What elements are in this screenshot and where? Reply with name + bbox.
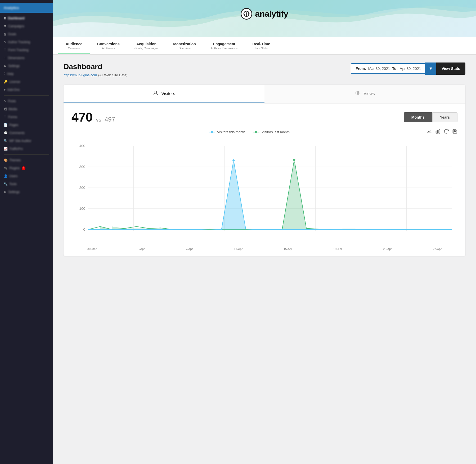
sidebar-item-label: Media [8,107,17,111]
hero-logo-icon [241,8,252,20]
svg-point-4 [155,91,157,93]
tab-conversions[interactable]: Conversions All Events [90,37,127,54]
view-stats-button[interactable]: View Stats [436,63,465,75]
chart-tab-visitors[interactable]: Visitors [64,85,264,103]
dashboard-header: Dashboard https://muplugins.com (All Web… [64,63,465,77]
x-label-5: 19-Apr [333,247,342,251]
bar-chart-icon[interactable] [435,129,441,135]
sidebar-item-form-tracking[interactable]: ☰ Form Tracking [0,46,53,54]
tab-acquisition[interactable]: Acquisition Goals, Campaigns [127,37,166,54]
svg-text:100: 100 [79,207,85,211]
dashboard-content: Dashboard https://muplugins.com (All Web… [53,55,476,464]
date-from-value: Mar 30, 2021 [368,66,390,71]
x-label-7: 27-Apr [433,247,442,251]
sidebar-item-label: Settings [8,64,20,68]
refresh-icon[interactable] [444,129,449,135]
sidebar-logo[interactable]: Analytics [0,3,53,13]
nav-tabs: Audience Overview Conversions All Events… [53,37,476,55]
sidebar-item-label: Add-Ons [7,88,20,92]
tab-realtime[interactable]: Real-Time Live Stats [245,37,277,54]
goals-icon: ◎ [4,32,6,36]
dashboard-subtitle: https://muplugins.com (All Web Site Data… [64,73,127,77]
chart-card: Visitors Views [64,85,465,256]
sidebar-item-label: Dimensions [8,56,25,60]
x-label-1: 3-Apr [138,247,145,251]
sidebar-item-addons[interactable]: + Add-Ons [0,86,53,94]
sidebar-item-trafficpro[interactable]: 📈 TrafficPro [0,145,53,153]
sidebar-item-posts[interactable]: ✎ Posts [0,97,53,105]
sidebar-item-tools[interactable]: 🔧 Tools [0,180,53,188]
sidebar-item-label: TrafficPro [9,147,23,151]
sidebar-item-label: Form Tracking [8,48,29,52]
views-icon [355,90,361,97]
sidebar-item-license[interactable]: 🔑 License [0,78,53,86]
sidebar-item-author-tracking[interactable]: ✎ Author Tracking [0,38,53,46]
sidebar-item-label: Tools [9,182,17,186]
sidebar-divider [4,95,49,96]
visitors-prev-count: 497 [105,116,115,123]
sidebar-item-label: Settings [8,190,20,194]
sidebar-item-wf-site-auditor[interactable]: 🔍 WF Site Auditor [0,137,53,145]
x-label-3: 11-Apr [234,247,243,251]
chart-top-row: 470 vs 497 Months Years [71,110,457,124]
visitors-icon [153,90,159,97]
years-button[interactable]: Years [432,112,457,122]
sidebar-item-label: Pages [9,123,18,127]
tab-audience[interactable]: Audience Overview [58,37,90,54]
sidebar-item-pages[interactable]: 📄 Pages [0,121,53,129]
sidebar-item-label: Comments [9,131,25,135]
line-chart-icon[interactable] [427,129,432,135]
sidebar-item-media[interactable]: 🖼 Media [0,105,53,113]
chart-tab-views[interactable]: Views [264,85,465,103]
analytify-chart-icon [243,11,250,17]
chart-card-tabs: Visitors Views [64,85,465,104]
tab-engagement[interactable]: Engagement Authors, Dimensions [203,37,245,54]
sidebar-item-themes[interactable]: 🎨 Themes [0,156,53,164]
comments-icon: 💬 [4,131,8,135]
sidebar-item-comments[interactable]: 💬 Comments [0,129,53,137]
months-button[interactable]: Months [404,112,432,122]
from-label: From: [356,66,366,71]
sidebar-item-label: Posts [8,99,16,103]
dashboard-icon: ⊞ [4,16,6,20]
to-label: To: [392,66,398,71]
sidebar-item-help[interactable]: ? Help [0,70,53,78]
x-label-0: 30-Mar [87,247,97,251]
sidebar-item-label: Forms [8,115,17,119]
date-dropdown-button[interactable]: ▼ [425,63,436,75]
vs-label: vs [96,117,101,123]
sidebar-item-dimensions[interactable]: ⬡ Dimensions [0,54,53,62]
date-range-box[interactable]: From: Mar 30, 2021 To: Apr 30, 2021 [351,63,425,74]
views-tab-label: Views [363,91,375,96]
sidebar-item-plugins[interactable]: 🔌 Plugins ! [0,164,53,172]
addons-icon: + [4,88,6,92]
dashboard-title-area: Dashboard https://muplugins.com (All Web… [64,63,127,77]
sidebar-item-settings[interactable]: ⚙ Settings [0,62,53,70]
visitors-count-area: 470 vs 497 [71,110,115,124]
sidebar-item-label: License [9,80,20,84]
pages-icon: 📄 [4,123,8,127]
help-icon: ? [4,72,6,76]
tab-monetization[interactable]: Monetization Overview [166,37,203,54]
sidebar-item-dashboard[interactable]: ⊞ Dashboard [0,14,53,22]
sidebar-item-forms[interactable]: ☰ Forms [0,113,53,121]
x-label-2: 7-Apr [186,247,193,251]
sidebar-item-label: Author Tracking [8,40,30,44]
settings-icon: ⚙ [4,64,7,68]
sidebar-item-label: Campaigns [8,24,24,28]
plugins-icon: 🔌 [4,166,8,170]
sidebar-item-label: Themes [9,158,21,162]
sidebar-item-settings2[interactable]: ⚙ Settings [0,188,53,196]
save-icon[interactable] [452,129,457,135]
main-content: analytify Audience Overview Conversions … [53,0,476,464]
subtitle-extra: (All Web Site Data) [98,73,127,77]
sidebar-item-users[interactable]: 👤 Users [0,172,53,180]
legend-this-month-label: Visitors this month [217,130,245,134]
hero-header: analytify [53,0,476,37]
site-url-link[interactable]: https://muplugins.com [64,73,97,77]
sidebar-item-label: Dashboard [8,16,25,20]
sidebar-item-goals[interactable]: ◎ Goals [0,30,53,38]
sidebar-item-campaigns[interactable]: ⚑ Campaigns [0,22,53,30]
chart-svg-container: 400 300 200 100 0 [71,140,457,246]
svg-text:300: 300 [79,165,85,169]
